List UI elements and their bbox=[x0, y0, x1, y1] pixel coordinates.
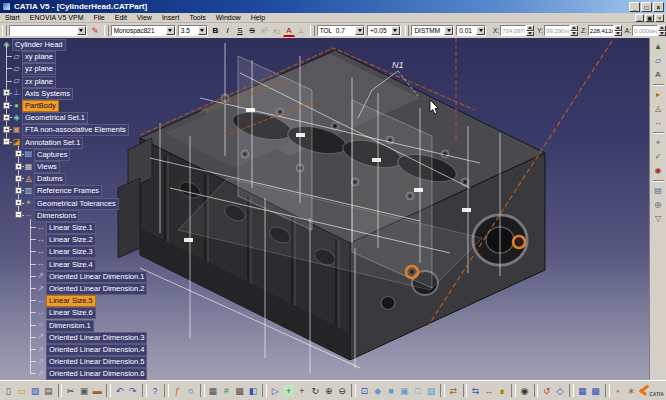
menu-window[interactable]: Window bbox=[211, 14, 246, 21]
custom-view-icon[interactable]: ▨ bbox=[425, 384, 437, 398]
expand-icon[interactable]: + bbox=[3, 126, 10, 133]
tree-item-label[interactable]: Linear Size.5 bbox=[46, 295, 96, 307]
plane-feature-icon[interactable]: ◇ bbox=[554, 384, 566, 398]
expand-icon[interactable]: + bbox=[15, 150, 22, 157]
tree-item-oriented-linear-dimension-1[interactable]: ↗Oriented Linear Dimension.1 bbox=[0, 270, 220, 282]
toolbar-handle[interactable] bbox=[2, 25, 7, 36]
a-field[interactable]: 0.000deg bbox=[632, 25, 658, 36]
lock-icon[interactable]: ∎ bbox=[496, 384, 508, 398]
tree-item-dimension-1[interactable]: ○Dimension.1 bbox=[0, 319, 220, 331]
tree-item-label[interactable]: Oriented Linear Dimension.3 bbox=[46, 332, 147, 344]
tree-item-label[interactable]: Captures bbox=[34, 149, 70, 161]
snapshot-icon[interactable]: ◉ bbox=[518, 384, 530, 398]
snap-element-icon[interactable]: ∗ bbox=[625, 384, 637, 398]
menu-tools[interactable]: Tools bbox=[184, 14, 210, 21]
tree-item-label[interactable]: Linear Size.2 bbox=[46, 234, 96, 246]
anchor-point-button[interactable]: ⊥ bbox=[296, 25, 307, 37]
tree-item-label[interactable]: Reference Frames bbox=[34, 185, 102, 197]
expand-icon[interactable]: + bbox=[15, 175, 22, 182]
doc-restore-button[interactable]: ▣ bbox=[645, 14, 654, 22]
tree-item-geometrical-tolerances[interactable]: +⌖Geometrical Tolerances bbox=[0, 197, 220, 209]
chevron-down-icon[interactable] bbox=[391, 26, 400, 35]
style-combo[interactable] bbox=[9, 25, 87, 36]
expand-icon[interactable]: + bbox=[3, 114, 10, 121]
chevron-down-icon[interactable] bbox=[476, 26, 485, 35]
tree-item-label[interactable]: Geometrical Tolerances bbox=[34, 198, 119, 210]
update-icon[interactable]: ↺ bbox=[540, 384, 552, 398]
exchange-icon[interactable]: ⇄ bbox=[447, 384, 459, 398]
z-field[interactable]: 228.412m bbox=[588, 25, 614, 36]
redo-icon[interactable]: ↷ bbox=[127, 384, 139, 398]
pan-icon[interactable]: + bbox=[296, 384, 308, 398]
tree-item-partbody[interactable]: +●PartBody bbox=[0, 99, 220, 111]
tree-item-zx-plane[interactable]: ▱zx plane bbox=[0, 75, 220, 87]
strikethrough-button[interactable]: S bbox=[246, 25, 257, 37]
menu-help[interactable]: Help bbox=[246, 14, 270, 21]
flag-note-icon[interactable]: ▸ bbox=[652, 88, 665, 101]
cut-icon[interactable]: ✂ bbox=[64, 384, 76, 398]
tree-item-oriented-linear-dimension-3[interactable]: ↗Oriented Linear Dimension.3 bbox=[0, 331, 220, 343]
grid-icon[interactable]: ▦ bbox=[576, 384, 588, 398]
tolerance-value-combo[interactable]: +0.05 bbox=[367, 25, 401, 36]
tree-item-oriented-linear-dimension-5[interactable]: ↗Oriented Linear Dimension.5 bbox=[0, 355, 220, 367]
menu-file[interactable]: File bbox=[88, 14, 109, 21]
expand-icon[interactable]: + bbox=[3, 102, 10, 109]
tree-item-linear-size-1[interactable]: ↔Linear Size.1 bbox=[0, 221, 220, 233]
superscript-button[interactable]: x² bbox=[259, 25, 270, 37]
annotation-plane-icon[interactable]: ▱ bbox=[652, 54, 665, 67]
doc-minimize-button[interactable]: _ bbox=[635, 14, 644, 22]
tree-item-label[interactable]: Linear Size.1 bbox=[46, 222, 96, 234]
tree-item-oriented-linear-dimension-2[interactable]: ↗Oriented Linear Dimension.2 bbox=[0, 282, 220, 294]
tree-item-label[interactable]: Oriented Linear Dimension.6 bbox=[46, 368, 147, 380]
tree-item-label[interactable]: Linear Size.4 bbox=[46, 259, 96, 271]
new-document-icon[interactable]: ▯ bbox=[2, 384, 14, 398]
tree-item-linear-size-2[interactable]: ↔Linear Size.2 bbox=[0, 233, 220, 245]
close-button[interactable]: × bbox=[653, 2, 664, 12]
font-color-button[interactable]: A bbox=[283, 25, 294, 37]
font-family-combo[interactable]: Monospac821 bbox=[111, 25, 176, 36]
y-stepper[interactable] bbox=[570, 25, 578, 36]
zoom-out-icon[interactable]: ⊖ bbox=[336, 384, 348, 398]
chevron-down-icon[interactable] bbox=[77, 26, 86, 35]
tree-item-label[interactable]: Dimension.1 bbox=[46, 320, 94, 332]
expand-icon[interactable]: + bbox=[3, 89, 10, 96]
tree-item-oriented-linear-dimension-4[interactable]: ↗Oriented Linear Dimension.4 bbox=[0, 343, 220, 355]
sectioning-icon[interactable]: ◧ bbox=[247, 384, 259, 398]
toolbar-handle[interactable] bbox=[104, 25, 109, 36]
y-field[interactable]: 99.290m bbox=[544, 25, 570, 36]
tree-item-linear-size-6[interactable]: ↔Linear Size.6 bbox=[0, 306, 220, 318]
tree-item-label[interactable]: Oriented Linear Dimension.4 bbox=[46, 344, 147, 356]
weld-symbol-icon[interactable]: ◉ bbox=[652, 164, 665, 177]
tolerance-name-combo[interactable]: TOL_0.7 bbox=[317, 25, 365, 36]
measure-icon[interactable]: ↔ bbox=[483, 384, 495, 398]
design-table-icon[interactable]: ▦ bbox=[207, 384, 219, 398]
tree-item-label[interactable]: PartBody bbox=[22, 100, 59, 112]
tree-item-label[interactable]: Annotation Set.1 bbox=[22, 137, 83, 149]
tree-item-label[interactable]: Linear Size.3 bbox=[46, 246, 96, 258]
toolbar-handle[interactable] bbox=[310, 25, 315, 36]
tree-item-captures[interactable]: +▤Captures bbox=[0, 148, 220, 160]
swap-space-icon[interactable]: ⇆ bbox=[469, 384, 481, 398]
chevron-down-icon[interactable] bbox=[355, 26, 364, 35]
camera-tool-icon[interactable]: ◎ bbox=[652, 198, 665, 211]
tree-item-label[interactable]: Views bbox=[34, 161, 60, 173]
tree-item-label[interactable]: xy plane bbox=[22, 51, 56, 63]
tree-item-reference-frames[interactable]: +▥Reference Frames bbox=[0, 184, 220, 196]
dimension-precision-combo[interactable]: 0.01 bbox=[456, 25, 486, 36]
work-support-icon[interactable]: ▩ bbox=[589, 384, 601, 398]
subscript-button[interactable]: x₂ bbox=[271, 25, 282, 37]
tree-item-label[interactable]: Datums bbox=[34, 173, 66, 185]
shaded-view-icon[interactable]: ■ bbox=[385, 384, 397, 398]
tree-item-dimensions[interactable]: −↔Dimensions bbox=[0, 209, 220, 221]
tree-item-label[interactable]: Axis Systems bbox=[22, 88, 73, 100]
minimize-button[interactable]: _ bbox=[629, 2, 640, 12]
tree-item-fta-non-associative-elements[interactable]: +▣FTA non-associative Elements bbox=[0, 123, 220, 135]
menu-start[interactable]: Start bbox=[0, 14, 25, 21]
menu-enovia-v5-vpm[interactable]: ENOVIA V5 VPM bbox=[25, 14, 89, 21]
edges-view-icon[interactable]: ▣ bbox=[398, 384, 410, 398]
save-icon[interactable]: ▨ bbox=[29, 384, 41, 398]
tree-item-label[interactable]: Oriented Linear Dimension.1 bbox=[46, 271, 147, 283]
menu-insert[interactable]: Insert bbox=[157, 14, 185, 21]
3d-viewport[interactable]: N1 ◈Cylinder Head▱xy plane▱yz plane▱zx p… bbox=[0, 38, 649, 380]
tree-item-label[interactable]: Dimensions bbox=[34, 210, 79, 222]
